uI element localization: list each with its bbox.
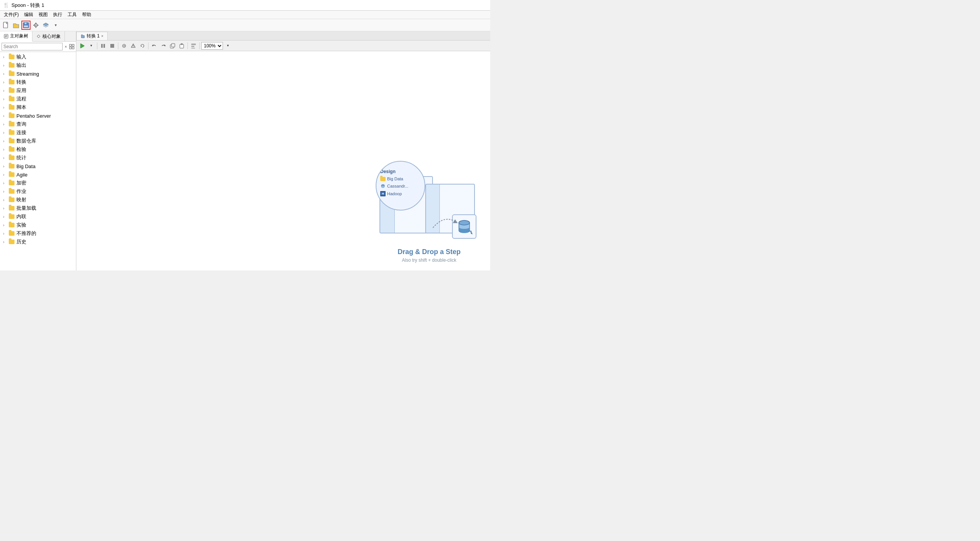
folder-icon — [8, 189, 15, 194]
tree-item[interactable]: › 不推荐的 — [0, 229, 76, 238]
options-button[interactable] — [31, 21, 40, 30]
svg-rect-35 — [191, 48, 195, 49]
search-input[interactable] — [2, 43, 63, 50]
tree-arrow: › — [3, 181, 8, 185]
tree-item[interactable]: › 查询 — [0, 120, 76, 128]
tab-core-objects[interactable]: 核心对象 — [32, 31, 65, 41]
sep5 — [199, 42, 200, 49]
sep2 — [118, 42, 118, 49]
run-dropdown[interactable]: ▼ — [87, 42, 95, 50]
tree-item[interactable]: › Agile — [0, 170, 76, 179]
folder-icon — [8, 71, 15, 76]
pause-button[interactable] — [99, 42, 107, 50]
tree-item[interactable]: › Big Data — [0, 162, 76, 170]
tree-item[interactable]: › 输入 — [0, 53, 76, 61]
debug-button[interactable] — [129, 42, 137, 50]
menu-help[interactable]: 帮助 — [80, 11, 94, 18]
tree-arrow: › — [3, 139, 8, 143]
tree-item[interactable]: › 作业 — [0, 187, 76, 196]
folder-icon — [8, 113, 15, 118]
tree-item[interactable]: › 历史 — [0, 238, 76, 246]
tree-arrow: › — [3, 164, 8, 168]
tree-item[interactable]: › 加密 — [0, 179, 76, 187]
layers-button[interactable] — [41, 21, 50, 30]
svg-point-27 — [133, 47, 134, 47]
new-button[interactable] — [2, 21, 11, 30]
tree-item-label: 数据仓库 — [16, 138, 36, 144]
undo-button[interactable] — [150, 42, 158, 50]
tree-item[interactable]: › 内联 — [0, 212, 76, 221]
tree-item[interactable]: › 批量加载 — [0, 204, 76, 212]
tree-arrow: › — [3, 147, 8, 152]
tree-arrow: › — [3, 198, 8, 202]
search-expand-button[interactable] — [69, 43, 74, 50]
canvas-tab-0[interactable]: 转换 1 × — [76, 32, 108, 40]
folder-icon — [8, 105, 15, 110]
app-icon: 🍴 — [3, 2, 9, 8]
menu-tools[interactable]: 工具 — [65, 11, 79, 18]
tree-item[interactable]: › 应用 — [0, 86, 76, 95]
save-button[interactable] — [21, 21, 31, 30]
menu-run[interactable]: 执行 — [51, 11, 65, 18]
dropdown-arrow[interactable]: ▼ — [51, 21, 60, 30]
tree-arrow: › — [3, 173, 8, 177]
tree-item-label: 检验 — [16, 146, 26, 153]
preview-button[interactable] — [120, 42, 128, 50]
paste-button[interactable] — [178, 42, 186, 50]
menu-view[interactable]: 视图 — [36, 11, 50, 18]
hadoop-icon: H — [380, 191, 386, 196]
tree-item[interactable]: › 映射 — [0, 196, 76, 204]
tree-item[interactable]: › Pentaho Server — [0, 112, 76, 120]
tree-item-label: Agile — [16, 172, 27, 178]
tree-item[interactable]: › 脚本 — [0, 103, 76, 112]
zoom-select[interactable]: 50% 75% 100% 125% 150% 200% — [201, 42, 223, 50]
tree-item[interactable]: › 流程 — [0, 95, 76, 103]
tree-arrow: › — [3, 55, 8, 59]
tree-item[interactable]: › 输出 — [0, 61, 76, 70]
tree-arrow: › — [3, 206, 8, 211]
search-clear-button[interactable]: × — [63, 43, 68, 50]
align-button[interactable] — [189, 42, 198, 50]
svg-rect-17 — [69, 47, 71, 49]
tree-item-label: 应用 — [16, 87, 26, 94]
svg-rect-18 — [72, 47, 74, 49]
menu-bar: 文件(F) 编辑 视图 执行 工具 帮助 — [0, 11, 490, 19]
tree-arrow: › — [3, 122, 8, 126]
folder-icon — [8, 121, 15, 127]
canvas-tab-close[interactable]: × — [101, 34, 103, 38]
svg-rect-4 — [24, 25, 28, 28]
tree-item[interactable]: › 转换 — [0, 78, 76, 86]
tree-item-label: 不推荐的 — [16, 230, 36, 237]
svg-point-41 — [381, 185, 384, 186]
tree-arrow: › — [3, 97, 8, 101]
menu-edit[interactable]: 编辑 — [22, 11, 36, 18]
canvas-area[interactable]: Design Big Data — [76, 51, 490, 270]
tree-item-label: 查询 — [16, 121, 26, 128]
tab-main-tree[interactable]: 主对象树 — [0, 31, 32, 42]
tree-item-label: 输出 — [16, 62, 26, 69]
svg-rect-20 — [101, 44, 103, 48]
svg-marker-39 — [470, 233, 472, 235]
tree-arrow: › — [3, 190, 8, 194]
tree-item[interactable]: › 检验 — [0, 145, 76, 154]
panel-tabs: 主对象树 核心对象 — [0, 31, 76, 42]
replay-button[interactable] — [138, 42, 147, 50]
run-button[interactable] — [78, 42, 86, 50]
tree-item-label: 统计 — [16, 154, 26, 161]
tree-item[interactable]: › 实验 — [0, 221, 76, 229]
redo-button[interactable] — [159, 42, 168, 50]
folder-icon — [8, 197, 15, 202]
tree-item[interactable]: › Streaming — [0, 70, 76, 78]
canvas-tabs: 转换 1 × — [76, 31, 490, 40]
tree-arrow: › — [3, 156, 8, 160]
svg-rect-3 — [24, 23, 27, 24]
tree-item[interactable]: › 统计 — [0, 154, 76, 162]
tree-item[interactable]: › 连接 — [0, 128, 76, 137]
copy-button[interactable] — [168, 42, 177, 50]
folder-icon — [8, 222, 15, 228]
open-button[interactable] — [11, 21, 21, 30]
zoom-dropdown[interactable]: ▼ — [224, 42, 232, 50]
tree-item[interactable]: › 数据仓库 — [0, 137, 76, 145]
menu-file[interactable]: 文件(F) — [2, 11, 21, 18]
stop-button[interactable] — [108, 42, 116, 50]
